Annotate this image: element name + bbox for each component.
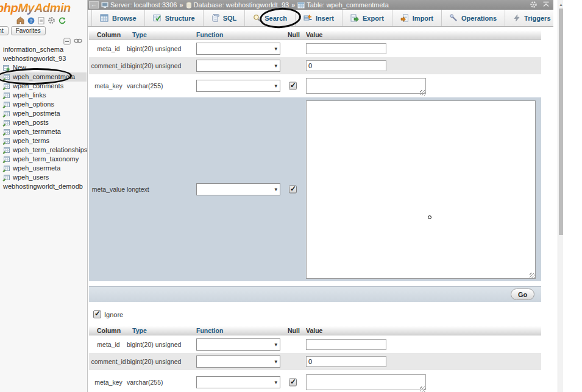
column-name: meta_value <box>90 186 127 193</box>
value-input[interactable] <box>306 43 386 54</box>
insert-table-header-2: Column Type Function Null Value <box>89 326 541 335</box>
tree-item-wpeh_term_taxonomy[interactable]: wpeh_term_taxonomy <box>0 155 87 164</box>
sidebar-toolbar: ? <box>16 16 66 24</box>
breadcrumb-bar: Server: localhost:3306 » Database: webho… <box>88 0 553 10</box>
back-arrow-icon[interactable] <box>89 1 99 9</box>
tree-item-wpeh_commentmeta[interactable]: wpeh_commentmeta <box>0 72 87 82</box>
function-select[interactable] <box>196 355 280 368</box>
scrollbar-thumb[interactable] <box>559 9 563 235</box>
doc-icon[interactable] <box>38 17 44 24</box>
breadcrumb-database[interactable]: Database: webhostingworldt_93 <box>186 1 289 9</box>
recent-tables-button[interactable]: Recent <box>0 26 9 35</box>
value-input[interactable] <box>306 356 386 367</box>
breadcrumb-separator: » <box>179 1 183 9</box>
tree-item-label: information_schema <box>3 45 63 54</box>
tree-db-webhostingworldt_demodb[interactable]: webhostingworldt_demodb <box>0 182 87 191</box>
help-icon[interactable]: ? <box>27 17 35 24</box>
header-function[interactable]: Function <box>196 31 223 38</box>
tree-item-wpeh_links[interactable]: wpeh_links <box>0 91 87 100</box>
tab-search[interactable]: Search <box>245 10 296 26</box>
export-icon <box>350 14 359 22</box>
tab-search-label: Search <box>264 15 287 22</box>
value-input[interactable] <box>306 339 386 350</box>
tab-triggers-label: Triggers <box>524 15 550 22</box>
tree-item-wpeh_users[interactable]: wpeh_users <box>0 173 87 182</box>
search-icon <box>253 14 261 22</box>
table-icon <box>2 83 10 90</box>
table-icon <box>2 101 10 108</box>
browse-icon <box>100 14 108 22</box>
tab-browse[interactable]: Browse <box>91 10 145 26</box>
tree-item-wpeh_term_relationships[interactable]: wpeh_term_relationships <box>0 145 87 155</box>
tab-triggers[interactable]: Triggers <box>505 10 559 26</box>
tree-db-information_schema[interactable]: information_schema <box>0 45 87 54</box>
function-select[interactable] <box>196 60 280 72</box>
tree-item-wpeh_posts[interactable]: wpeh_posts <box>0 118 87 127</box>
insert-row-comment_id: comment_id bigint(20) unsigned <box>89 57 541 74</box>
tree-item-wpeh_usermeta[interactable]: wpeh_usermeta <box>0 164 87 173</box>
tab-import[interactable]: Import <box>392 10 442 26</box>
tab-insert-label: Insert <box>316 15 334 22</box>
breadcrumb-server[interactable]: Server: localhost:3306 <box>101 1 177 9</box>
tab-insert[interactable]: Insert <box>296 10 342 26</box>
operations-icon <box>450 14 458 22</box>
logo-php: php <box>0 1 18 15</box>
null-checkbox[interactable] <box>289 186 297 194</box>
refresh-icon[interactable] <box>59 17 66 24</box>
tree-item-wpeh_options[interactable]: wpeh_options <box>0 100 87 109</box>
favorites-button[interactable]: Favorites <box>11 26 46 35</box>
insert-row-meta_key: meta_key varchar(255) <box>89 74 541 97</box>
go-button[interactable]: Go <box>511 289 534 300</box>
insert-panel: Column Type Function Null Value meta_id … <box>88 27 553 392</box>
value-textarea[interactable] <box>306 374 426 390</box>
table-icon <box>2 156 10 163</box>
tree-item-wpeh_termmeta[interactable]: wpeh_termmeta <box>0 127 87 136</box>
tab-export[interactable]: Export <box>342 10 392 26</box>
tab-sql[interactable]: SQL <box>204 10 246 26</box>
tab-operations-label: Operations <box>461 15 497 22</box>
function-select[interactable] <box>196 80 280 92</box>
server-icon <box>101 2 108 9</box>
column-name: meta_key <box>90 82 127 89</box>
function-select[interactable] <box>196 43 280 55</box>
header-type[interactable]: Type <box>132 327 147 334</box>
header-function[interactable]: Function <box>196 327 223 334</box>
import-icon <box>400 14 409 22</box>
tree-db-webhostingworldt_93[interactable]: webhostingworldt_93 <box>0 54 87 63</box>
home-icon[interactable] <box>16 16 24 24</box>
tab-structure[interactable]: Structure <box>145 10 204 26</box>
column-name: comment_id <box>90 358 127 365</box>
null-checkbox[interactable] <box>289 82 297 90</box>
header-value: Value <box>306 327 322 334</box>
tree-item-label: wpeh_term_taxonomy <box>13 155 79 164</box>
column-name: meta_key <box>90 379 127 386</box>
scroll-up-arrow-icon[interactable] <box>558 0 564 9</box>
value-textarea-large[interactable] <box>306 100 536 279</box>
tree-item-label: wpeh_termmeta <box>13 127 61 136</box>
null-checkbox[interactable] <box>289 379 297 387</box>
column-name: meta_id <box>90 341 127 348</box>
tree-item-label: wpeh_term_relationships <box>13 145 87 155</box>
function-select[interactable] <box>196 338 280 351</box>
tab-operations[interactable]: Operations <box>442 10 505 26</box>
settings-icon[interactable] <box>48 16 55 24</box>
value-textarea[interactable] <box>306 78 426 94</box>
function-select[interactable] <box>196 376 280 388</box>
function-select[interactable] <box>196 183 280 195</box>
tree-item-wpeh_terms[interactable]: wpeh_terms <box>0 136 87 145</box>
collapse-top-icon[interactable] <box>542 1 550 8</box>
value-input[interactable] <box>306 60 386 71</box>
page-settings-icon[interactable] <box>530 1 538 9</box>
header-column: Column <box>97 327 121 334</box>
tree-item-wpeh_postmeta[interactable]: wpeh_postmeta <box>0 109 87 118</box>
column-type: varchar(255) <box>127 82 195 89</box>
header-type[interactable]: Type <box>132 31 147 38</box>
table-icon <box>2 110 10 117</box>
breadcrumb-separator: » <box>291 1 295 9</box>
insert2-row-comment_id: comment_id bigint(20) unsigned <box>89 353 541 370</box>
ignore-checkbox[interactable] <box>93 310 101 318</box>
vertical-scrollbar[interactable] <box>558 0 563 392</box>
breadcrumb-table[interactable]: Table: wpeh_commentmeta <box>297 1 389 9</box>
tree-item-New[interactable]: New <box>0 63 87 72</box>
tree-item-wpeh_comments[interactable]: wpeh_comments <box>0 82 87 91</box>
